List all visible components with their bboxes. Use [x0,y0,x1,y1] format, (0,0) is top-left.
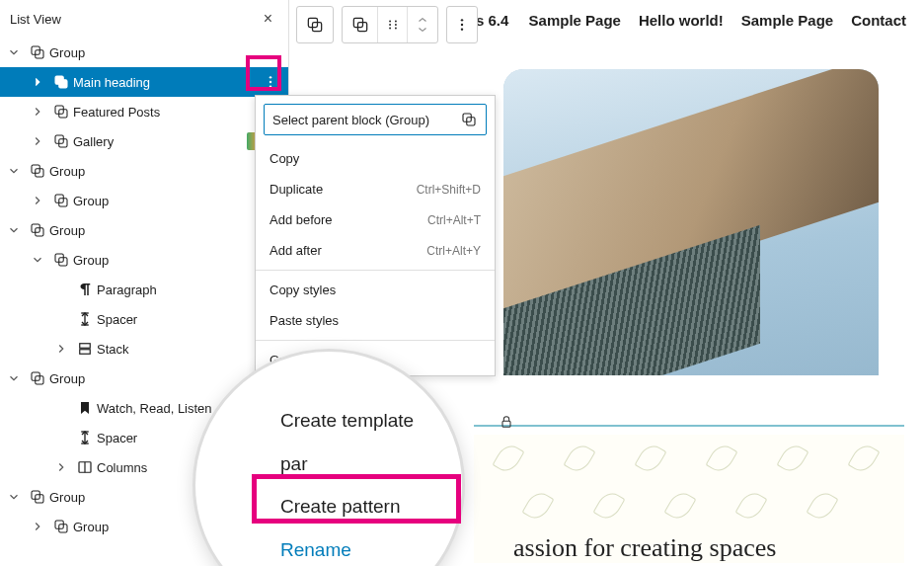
list-view-title: List View [10,12,61,27]
svg-point-37 [394,24,396,26]
group-icon [26,221,49,239]
chevron-down-icon[interactable] [26,253,49,267]
close-icon[interactable]: × [258,8,278,30]
svg-rect-19 [80,344,91,349]
list-view-row[interactable]: Group [0,215,288,245]
nav-link[interactable]: Sample Page [529,12,621,29]
menu-divider [256,270,495,271]
stack-icon [73,340,97,358]
list-view-row[interactable]: Stack [0,334,288,364]
group-icon [49,132,73,150]
menu-item-label: Copy styles [270,283,336,297]
group-icon [26,369,49,387]
keyboard-shortcut: Ctrl+Alt+T [427,213,481,227]
svg-point-40 [461,24,463,26]
group-icon [49,251,73,269]
list-view-row[interactable]: Featured Posts [0,97,288,126]
group-icon [49,192,73,209]
columns-icon [73,458,97,476]
move-up-down-button[interactable] [408,7,437,42]
nav-link[interactable]: Sample Page [741,12,833,29]
menu-item-label: Copy [270,151,299,166]
menu-item[interactable]: DuplicateCtrl+Shift+D [256,174,495,204]
menu-item[interactable]: Paste styles [256,305,495,336]
menu-item-label: Paste styles [270,313,339,328]
list-view-row[interactable]: Group [0,186,288,215]
spacer-icon [73,310,97,328]
chevron-right-icon[interactable] [26,194,49,207]
chevron-down-icon[interactable] [2,45,26,59]
block-context-menu: Select parent block (Group) CopyDuplicat… [255,95,496,376]
block-toolbar [296,6,478,43]
menu-item[interactable]: Add afterCtrl+Alt+Y [256,235,495,266]
list-view-label: Gallery [73,134,247,149]
svg-point-33 [389,21,391,23]
menu-item-label: Add before [270,212,333,227]
menu-item-rename[interactable]: Rename [280,528,419,566]
svg-point-38 [394,28,396,30]
list-view-row[interactable]: Group [0,38,288,67]
list-view-row[interactable]: Gallery [0,126,288,156]
chevron-right-icon[interactable] [49,342,73,356]
nav-link[interactable]: Hello world! [639,12,724,29]
group-icon [26,488,49,506]
chevron-right-icon[interactable] [49,460,73,474]
list-view-row[interactable]: Paragraph [0,275,288,304]
menu-item[interactable]: Copy [256,143,495,174]
list-view-label: Group [49,164,288,179]
spacer-icon [73,429,97,446]
group-icon [49,73,73,91]
toolbar-group-block [296,6,334,43]
svg-point-36 [394,21,396,23]
hero-image [503,69,879,375]
svg-point-39 [461,19,463,21]
svg-point-34 [389,24,391,26]
menu-divider [256,340,495,341]
svg-rect-3 [59,80,67,88]
list-view-row[interactable]: Group [0,245,288,275]
select-parent-block[interactable]: Select parent block (Group) [264,104,487,135]
svg-point-41 [461,28,463,30]
svg-point-35 [389,28,391,30]
chevron-down-icon[interactable] [2,223,26,237]
chevron-down-icon[interactable] [2,164,26,178]
list-view-label: Main heading [73,75,253,90]
chevron-right-icon[interactable] [26,520,49,533]
svg-point-6 [270,85,271,87]
tagline-fragment: assion for creating spaces [513,533,776,563]
list-view-row[interactable]: Main heading [0,67,288,97]
group-icon [49,103,73,121]
keyboard-shortcut: Ctrl+Shift+D [417,183,481,197]
toolbar-group-more [446,6,478,43]
svg-rect-20 [80,350,91,355]
chevron-down-icon[interactable] [2,371,26,385]
menu-item-create-pattern[interactable]: Create pattern [280,485,419,528]
list-view-label: Group [49,223,288,238]
chevron-right-icon[interactable] [26,134,49,148]
nav-link[interactable]: Contact [851,12,906,29]
select-parent-label: Select parent block (Group) [272,113,429,127]
list-view-row[interactable]: Spacer [0,304,288,334]
menu-item[interactable]: Copy styles [256,275,495,305]
svg-point-4 [270,76,271,78]
site-nav: Sample Page Hello world! Sample Page Con… [529,12,906,29]
chevron-right-icon[interactable] [26,105,49,119]
chevron-right-icon[interactable] [26,75,49,89]
menu-item[interactable]: Add beforeCtrl+Alt+T [256,204,495,235]
toolbar-group-actions [342,6,438,43]
version-fragment: s 6.4 [472,12,512,29]
lock-icon [499,414,514,430]
parent-select-button[interactable] [343,7,378,42]
group-icon [26,43,49,61]
drag-handle-icon[interactable] [378,7,408,42]
chevron-down-icon[interactable] [2,490,26,504]
menu-item-create-template-part[interactable]: Create template par [280,399,419,485]
menu-item-label: Duplicate [270,182,323,197]
row-options-button[interactable] [253,74,288,90]
block-type-button[interactable] [297,7,333,42]
group-icon [49,518,73,535]
svg-rect-44 [502,421,510,427]
list-view-header: List View × [0,0,288,36]
more-options-button[interactable] [447,7,477,42]
list-view-row[interactable]: Group [0,156,288,186]
